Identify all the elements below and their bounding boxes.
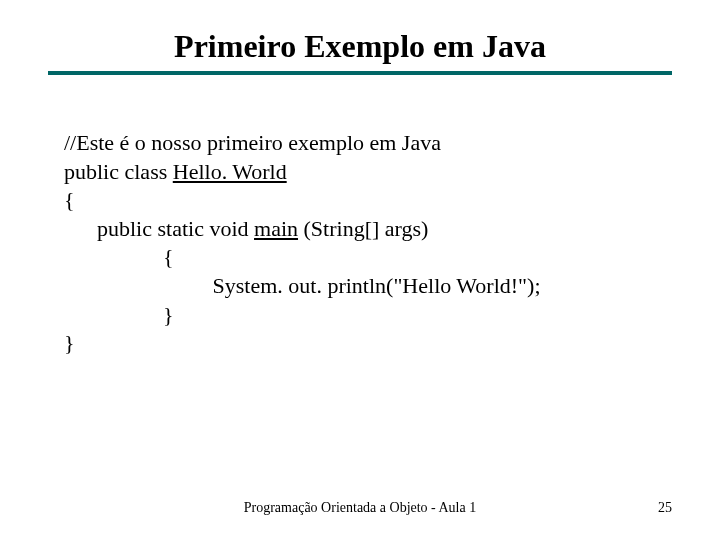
code-text: public static void — [64, 216, 254, 241]
code-block: //Este é o nosso primeiro exemplo em Jav… — [0, 75, 720, 358]
code-line-7: } — [64, 301, 656, 330]
page-number: 25 — [658, 500, 672, 516]
class-name: Hello. World — [173, 159, 287, 184]
code-line-2: public class Hello. World — [64, 158, 656, 187]
code-line-8: } — [64, 329, 656, 358]
code-line-5: { — [64, 243, 656, 272]
footer-text: Programação Orientada a Objeto - Aula 1 — [244, 500, 476, 516]
code-line-3: { — [64, 186, 656, 215]
code-line-4: public static void main (String[] args) — [64, 215, 656, 244]
code-text: public class — [64, 159, 173, 184]
slide: Primeiro Exemplo em Java //Este é o noss… — [0, 0, 720, 540]
method-name: main — [254, 216, 298, 241]
code-text: (String[] args) — [298, 216, 428, 241]
footer: Programação Orientada a Objeto - Aula 1 … — [0, 500, 720, 516]
code-line-6: System. out. println("Hello World!"); — [64, 272, 656, 301]
code-line-1: //Este é o nosso primeiro exemplo em Jav… — [64, 129, 656, 158]
slide-title: Primeiro Exemplo em Java — [0, 0, 720, 71]
